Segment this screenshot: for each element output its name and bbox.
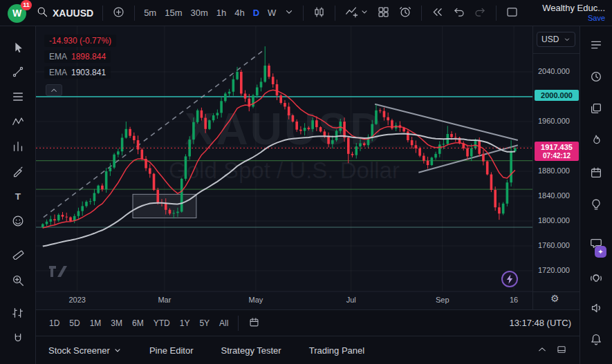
plus-circle-icon: [112, 6, 125, 21]
chart-legend: -14.930 (-0.77%) EMA 1898.844 EMA 1903.8…: [44, 35, 116, 82]
chevron-down-icon: [564, 36, 571, 43]
tab-trading-panel[interactable]: Trading Panel: [309, 345, 364, 356]
candle-body: [438, 144, 441, 154]
panel-expand-chevron-icon[interactable]: [537, 344, 548, 357]
candle-body: [470, 149, 473, 157]
timeframe-1h[interactable]: 1h: [212, 6, 230, 20]
candle-body: [331, 140, 334, 144]
bar-replay-button[interactable]: [427, 3, 448, 23]
text-tool[interactable]: T: [6, 186, 30, 206]
candle-body: [212, 115, 215, 120]
tradingview-logo[interactable]: [48, 264, 68, 282]
candle-body: [176, 212, 179, 213]
alerts-clock-icon[interactable]: [584, 67, 608, 86]
range-6m[interactable]: 6M: [127, 316, 149, 330]
timeframe-30m[interactable]: 30m: [186, 6, 212, 20]
timeframe-menu-button[interactable]: [280, 5, 298, 21]
timeframe-5m[interactable]: 5m: [140, 6, 160, 20]
candle-body: [204, 118, 207, 129]
tab-stock-screener[interactable]: Stock Screener: [48, 345, 122, 356]
ideas-lightbulb-icon[interactable]: [584, 195, 608, 214]
candle-body: [443, 144, 445, 144]
range-ytd[interactable]: YTD: [149, 316, 175, 330]
candle-body: [284, 103, 286, 106]
layout-grid-button[interactable]: [373, 3, 394, 23]
timeframe-1d[interactable]: D: [249, 6, 263, 20]
prediction-tool[interactable]: [6, 137, 30, 156]
notifications-bell-icon[interactable]: [584, 329, 608, 349]
range-5d[interactable]: 5D: [64, 316, 84, 330]
chart-settings-gear-icon[interactable]: ⚙: [550, 293, 559, 304]
publish-icon[interactable]: [584, 298, 608, 318]
candle-body: [431, 157, 434, 165]
cursor-tool[interactable]: [6, 38, 30, 57]
candle-body: [466, 149, 469, 157]
range-5y[interactable]: 5Y: [194, 316, 214, 330]
range-all[interactable]: All: [214, 316, 233, 330]
go-to-date-button[interactable]: [243, 314, 265, 332]
account-name[interactable]: Wealthy Educ...: [542, 3, 605, 13]
trend-line-tool[interactable]: [6, 62, 30, 82]
candle-body: [510, 151, 512, 182]
timeframe-1w[interactable]: W: [263, 6, 280, 20]
select-layout-button[interactable]: [501, 3, 523, 23]
chart-pane: XAUUSD Gold Spot / U.S. Dollar 2023MarMa…: [36, 26, 579, 309]
undo-button[interactable]: [448, 3, 470, 23]
time-axis-label: 2023: [68, 296, 85, 304]
tab-strategy-tester[interactable]: Strategy Tester: [221, 345, 281, 356]
quick-action-fab[interactable]: [501, 270, 519, 288]
zoom-tool[interactable]: [6, 271, 30, 290]
range-1m[interactable]: 1M: [85, 316, 106, 330]
ruler-tool[interactable]: [6, 243, 30, 262]
candle-body: [482, 154, 485, 162]
timeframe-15m[interactable]: 15m: [160, 6, 186, 20]
bar-pattern-tool[interactable]: [6, 303, 30, 323]
trading-platform: W 11 XAUUSD 5m 15m 30m 1h 4h D W: [0, 0, 612, 364]
brush-tool[interactable]: [6, 162, 30, 181]
panel-maximize-icon[interactable]: [556, 344, 567, 357]
emoji-tool[interactable]: [6, 211, 30, 231]
indicators-button[interactable]: [340, 3, 373, 23]
fib-retracement-tool[interactable]: [6, 87, 30, 106]
candle-body: [276, 84, 279, 95]
calendar-icon[interactable]: [584, 163, 608, 182]
legend-collapse-button[interactable]: [46, 84, 62, 96]
streams-icon[interactable]: [584, 269, 608, 288]
currency-dropdown[interactable]: USD: [537, 32, 575, 47]
divider: [496, 6, 497, 21]
magnet-tool[interactable]: [6, 329, 30, 348]
user-menu-button[interactable]: W 11: [4, 1, 32, 25]
candle-body: [319, 127, 322, 131]
tab-pine-editor[interactable]: Pine Editor: [149, 345, 194, 356]
object-tree-icon[interactable]: [584, 99, 608, 118]
price-axis[interactable]: USD 2000.000 1917.435 07:42:12 ⚙ 2040.00…: [532, 26, 579, 309]
candle-body: [53, 219, 56, 220]
ai-sparkle-badge[interactable]: ✦: [595, 246, 606, 258]
candle-body: [49, 219, 52, 222]
range-3m[interactable]: 3M: [106, 316, 127, 330]
drawing-toolbar: T: [0, 26, 36, 364]
symbol-search-button[interactable]: XAUUSD: [32, 3, 98, 22]
notification-count-badge: 11: [21, 0, 32, 10]
symbol-change-row: -14.930 (-0.77%): [44, 35, 116, 47]
watchlist-icon[interactable]: [584, 35, 608, 55]
redo-button[interactable]: [470, 3, 491, 23]
alert-button[interactable]: [394, 3, 416, 23]
candle-body: [299, 130, 302, 131]
layout-square-icon: [506, 6, 519, 21]
server-clock[interactable]: 13:17:48 (UTC): [509, 318, 571, 328]
chart-style-button[interactable]: [308, 3, 330, 23]
hotlists-flame-icon[interactable]: [584, 131, 608, 150]
candle-body: [57, 215, 60, 220]
timeframe-4h[interactable]: 4h: [230, 6, 248, 20]
compare-add-button[interactable]: [108, 3, 129, 23]
price-axis-label: 1760.000: [538, 241, 570, 249]
candle-body: [65, 217, 68, 218]
candle-body: [232, 79, 235, 92]
price-axis-label: 1840.000: [538, 191, 570, 200]
save-button[interactable]: Save: [588, 14, 605, 22]
xabcd-pattern-tool[interactable]: [6, 112, 30, 131]
candle-body: [324, 131, 326, 135]
range-1y[interactable]: 1Y: [175, 316, 195, 330]
range-1d[interactable]: 1D: [44, 316, 64, 330]
